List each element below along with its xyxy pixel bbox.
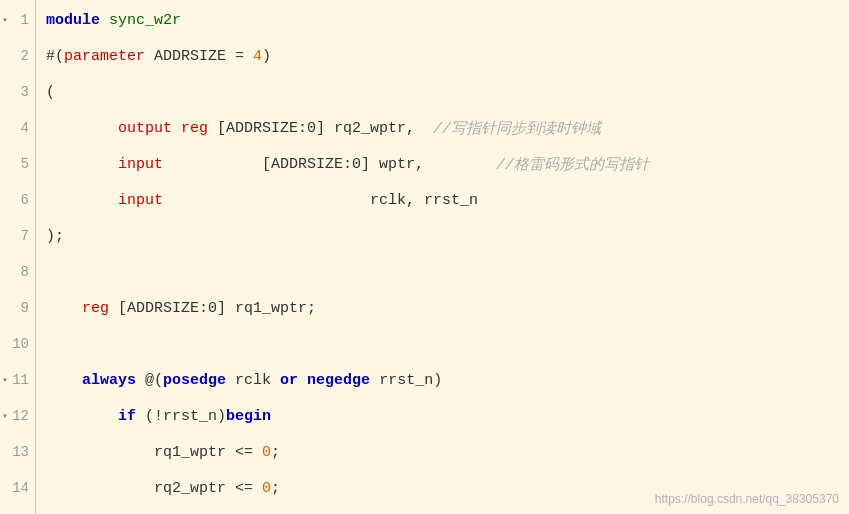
token <box>253 480 262 497</box>
fold-icon[interactable]: ▾ <box>2 14 8 26</box>
token: [ADDRSIZE:0] rq2_wptr, <box>208 120 415 137</box>
token: reg <box>82 300 109 317</box>
line-numbers: ▾12345678910▾11▾121314 <box>0 0 36 514</box>
token: input <box>118 192 163 209</box>
token: rq2_wptr <box>46 480 235 497</box>
line-number-5: 5 <box>0 146 35 182</box>
code-line-11: always @(posedge rclk or negedge rrst_n) <box>46 362 839 398</box>
code-line-13: rq1_wptr <= 0; <box>46 434 839 470</box>
code-line-8 <box>46 254 839 290</box>
token: [ADDRSIZE:0] rq1_wptr; <box>109 300 316 317</box>
token <box>172 120 181 137</box>
token <box>253 444 262 461</box>
line-number-9: 9 <box>0 290 35 326</box>
code-line-2: #(parameter ADDRSIZE = 4) <box>46 38 839 74</box>
code-line-9: reg [ADDRSIZE:0] rq1_wptr; <box>46 290 839 326</box>
line-number-14: 14 <box>0 470 35 506</box>
code-line-5: input [ADDRSIZE:0] wptr, //格雷码形式的写指针 <box>46 146 839 182</box>
line-number-13: 13 <box>0 434 35 470</box>
token: ADDRSIZE = <box>145 48 253 65</box>
line-number-1: ▾1 <box>0 2 35 38</box>
token: parameter <box>64 48 145 65</box>
token: //写指针同步到读时钟域 <box>415 119 601 138</box>
code-line-7: ); <box>46 218 839 254</box>
token <box>298 372 307 389</box>
token <box>46 156 118 173</box>
token: begin <box>226 408 271 425</box>
line-number-12: ▾12 <box>0 398 35 434</box>
line-number-4: 4 <box>0 110 35 146</box>
token: always <box>82 372 136 389</box>
code-line-10 <box>46 326 839 362</box>
token: ; <box>271 480 280 497</box>
token: #( <box>46 48 64 65</box>
token <box>100 12 109 29</box>
code-line-12: if (!rrst_n)begin <box>46 398 839 434</box>
line-number-10: 10 <box>0 326 35 362</box>
code-line-1: module sync_w2r <box>46 2 839 38</box>
token: or <box>280 372 298 389</box>
token <box>46 192 118 209</box>
code-area: module sync_w2r#(parameter ADDRSIZE = 4)… <box>36 0 849 508</box>
line-number-2: 2 <box>0 38 35 74</box>
watermark: https://blog.csdn.net/qq_38305370 <box>655 492 839 506</box>
token: @( <box>136 372 163 389</box>
token: ); <box>46 228 64 245</box>
code-wrapper: module sync_w2r#(parameter ADDRSIZE = 4)… <box>36 0 849 514</box>
fold-icon[interactable]: ▾ <box>2 410 8 422</box>
token <box>46 408 118 425</box>
token: rrst_n) <box>370 372 442 389</box>
token: //格雷码形式的写指针 <box>424 155 649 174</box>
token: ( <box>46 84 55 101</box>
token: reg <box>181 120 208 137</box>
token: <= <box>235 444 253 461</box>
fold-icon[interactable]: ▾ <box>2 374 8 386</box>
line-number-11: ▾11 <box>0 362 35 398</box>
token: module <box>46 12 100 29</box>
code-line-3: ( <box>46 74 839 110</box>
token: ; <box>271 444 280 461</box>
token: posedge <box>163 372 226 389</box>
line-number-6: 6 <box>0 182 35 218</box>
token: rq1_wptr <box>46 444 235 461</box>
line-number-3: 3 <box>0 74 35 110</box>
token: rclk, rrst_n <box>163 192 478 209</box>
token: if <box>118 408 136 425</box>
line-number-7: 7 <box>0 218 35 254</box>
token: (!rrst_n) <box>136 408 226 425</box>
token: 4 <box>253 48 262 65</box>
token: input <box>118 156 163 173</box>
token <box>46 120 118 137</box>
token <box>46 300 82 317</box>
code-line-4: output reg [ADDRSIZE:0] rq2_wptr, //写指针同… <box>46 110 839 146</box>
token: sync_w2r <box>109 12 181 29</box>
token: negedge <box>307 372 370 389</box>
token: ) <box>262 48 271 65</box>
code-container: ▾12345678910▾11▾121314 module sync_w2r#(… <box>0 0 849 514</box>
code-line-6: input rclk, rrst_n <box>46 182 839 218</box>
token <box>46 372 82 389</box>
line-number-8: 8 <box>0 254 35 290</box>
token: output <box>118 120 172 137</box>
token: rclk <box>226 372 280 389</box>
token: 0 <box>262 444 271 461</box>
token: <= <box>235 480 253 497</box>
token: [ADDRSIZE:0] wptr, <box>163 156 424 173</box>
token: 0 <box>262 480 271 497</box>
